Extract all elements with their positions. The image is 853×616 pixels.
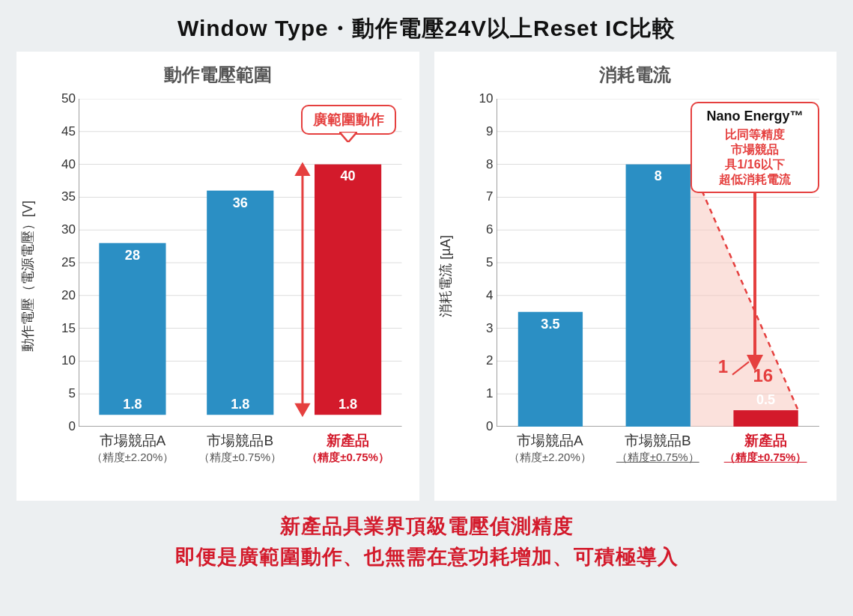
chart-svg: 281.8361.8401.8 [79,99,402,427]
y-axis-ticks: 05101520253035404550 [53,99,79,427]
svg-text:28: 28 [125,248,140,263]
panel-title: 動作電壓範圍 [17,52,419,90]
callout-nano-energy: Nano Energy™ 比同等精度 市場競品 具1/16以下 超低消耗電流 [690,102,819,193]
svg-text:1.8: 1.8 [123,397,142,412]
panel-current: 消耗電流 消耗電流 [µA] 012345678910 3.580.5 1 16 [434,52,837,501]
svg-text:1.8: 1.8 [339,397,357,412]
svg-marker-22 [297,165,309,175]
svg-text:36: 36 [233,195,248,210]
x-category: 市場競品A（精度±2.20%） [79,427,186,493]
svg-text:40: 40 [341,169,356,184]
svg-text:0.5: 0.5 [756,392,775,407]
plot-area: 281.8361.8401.8 [79,99,402,427]
x-category: 市場競品B（精度±0.75%） [186,427,294,493]
y-axis-label: 動作電壓（電源電壓）[V] [19,201,37,352]
arrow-down-icon [744,192,766,371]
panel-title: 消耗電流 [435,52,837,90]
svg-rect-40 [625,165,690,427]
x-category: 市場競品B（精度±0.75%） [604,427,711,493]
svg-marker-23 [297,404,309,415]
x-axis: 市場競品A（精度±2.20%） 市場競品B（精度±0.75%） 新產品（精度±0… [497,427,820,493]
svg-marker-45 [747,355,763,371]
x-category-new: 新產品（精度±0.75%） [711,427,819,493]
svg-rect-15 [207,191,273,415]
y-axis-ticks: 012345678910 [471,99,497,427]
svg-rect-18 [315,165,381,415]
svg-text:3.5: 3.5 [541,317,559,332]
panel-voltage-range: 動作電壓範圍 動作電壓（電源電壓）[V] 0510152025303540455… [16,52,419,501]
svg-marker-24 [339,132,357,142]
callout-wide-range: 廣範圍動作 [301,105,396,135]
page-title: Window Type・動作電壓24V以上Reset IC比較 [16,13,837,44]
x-category-new: 新產品（精度±0.75%） [294,427,402,493]
svg-text:8: 8 [654,169,661,184]
x-axis: 市場競品A（精度±2.20%） 市場競品B（精度±0.75%） 新產品（精度±0… [79,427,402,493]
summary-text: 新產品具業界頂級電壓偵測精度 即便是廣範圍動作、也無需在意功耗增加、可積極導入 [16,511,837,572]
y-axis-label: 消耗電流 [µA] [437,235,455,317]
panels: 動作電壓範圍 動作電壓（電源電壓）[V] 0510152025303540455… [16,52,837,501]
x-category: 市場競品A（精度±2.20%） [497,427,604,493]
svg-rect-12 [99,243,166,415]
svg-text:1.8: 1.8 [231,397,249,412]
svg-rect-42 [733,410,798,427]
